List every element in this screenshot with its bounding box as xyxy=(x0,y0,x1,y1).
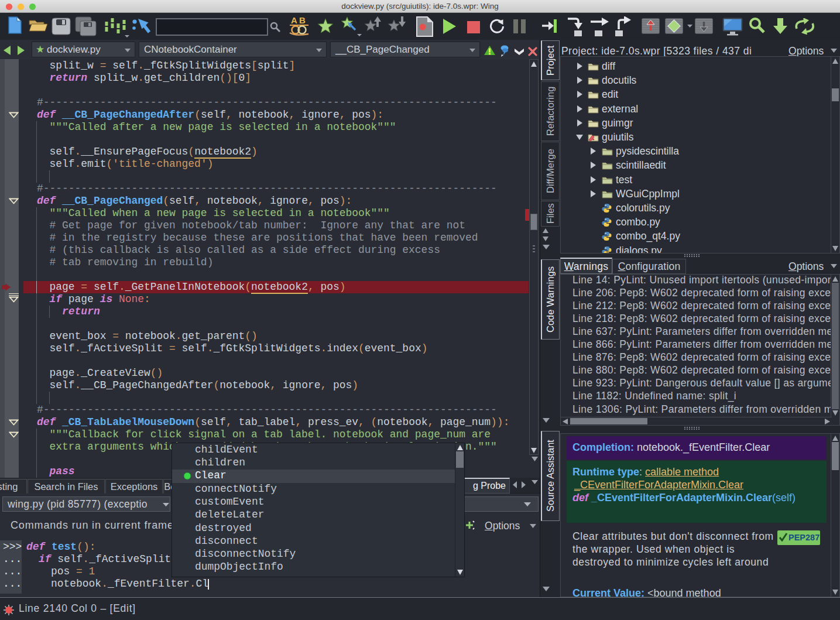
svg-text:B: B xyxy=(299,15,306,25)
svg-text:A: A xyxy=(291,15,297,25)
